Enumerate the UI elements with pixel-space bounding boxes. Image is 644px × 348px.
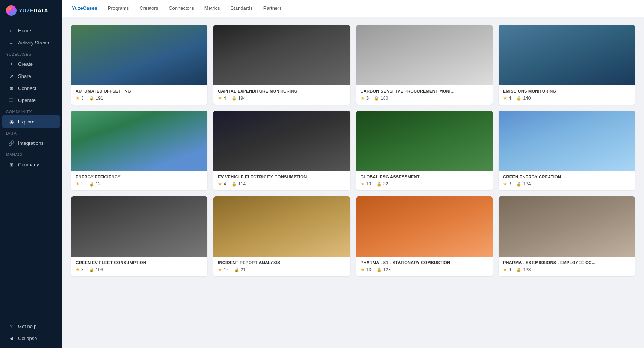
card-stats-incident-report: ★ 12 🔒 21	[218, 267, 345, 272]
sidebar-item-get-help[interactable]: ? Get help	[2, 320, 60, 332]
card-connection-count-green-ev-fleet: 103	[96, 267, 103, 272]
card-ev-vehicle[interactable]: EV VEHICLE ELECTRICITY CONSUMPTION ... ★…	[213, 111, 350, 190]
star-icon-emissions-monitoring: ★	[503, 96, 507, 101]
card-star-stat-global-esg: ★ 10	[361, 181, 371, 187]
logo-icon	[6, 5, 17, 16]
card-stats-emissions-monitoring: ★ 4 🔒 140	[503, 96, 630, 101]
card-capital-expenditure[interactable]: CAPITAL EXPENDITURE MONITORING ★ 4 🔒 194	[213, 25, 350, 105]
star-icon-carbon-sensitive: ★	[361, 96, 365, 101]
card-body-emissions-monitoring: EMISSIONS MONITORING ★ 4 🔒 140	[499, 85, 635, 105]
card-db-stat-pharma-s1: 🔒 123	[376, 267, 391, 272]
card-global-esg[interactable]: GLOBAL ESG ASSESSMENT ★ 10 🔒 32	[356, 111, 493, 190]
card-title-pharma-s1: PHARMA - S1 - STATIONARY COMBUSTION	[361, 260, 488, 265]
card-pharma-s3[interactable]: PHARMA - S3 EMISSIONS - EMPLOYEE CO... ★…	[499, 196, 635, 276]
card-title-pharma-s3: PHARMA - S3 EMISSIONS - EMPLOYEE CO...	[503, 260, 630, 265]
card-body-green-ev-fleet: GREEN EV FLEET CONSUMPTION ★ 3 🔒 103	[71, 257, 207, 276]
card-db-stat-capital-expenditure: 🔒 194	[231, 96, 246, 101]
card-db-stat-pharma-s3: 🔒 123	[516, 267, 531, 272]
home-icon: ⌂	[8, 27, 14, 33]
star-icon-green-ev-fleet: ★	[76, 267, 80, 272]
db-icon-automated-offsetting: 🔒	[89, 96, 94, 101]
card-body-green-energy: GREEN ENERGY CREATION ★ 3 🔒 134	[499, 171, 635, 190]
topnav-creators[interactable]: Creators	[139, 0, 159, 17]
db-icon-carbon-sensitive: 🔒	[374, 96, 379, 101]
card-star-count-incident-report: 12	[224, 267, 228, 272]
db-icon-green-ev-fleet: 🔒	[89, 267, 94, 272]
card-image-green-ev-fleet	[71, 196, 207, 257]
db-icon-pharma-s3: 🔒	[516, 267, 522, 272]
db-icon-capital-expenditure: 🔒	[231, 96, 237, 101]
card-title-green-energy: GREEN ENERGY CREATION	[503, 175, 630, 179]
card-stats-automated-offsetting: ★ 3 🔒 191	[76, 96, 203, 101]
card-star-count-carbon-sensitive: 3	[366, 96, 369, 101]
sidebar-item-company[interactable]: ⊞ Company	[2, 158, 60, 170]
community-section-label: Community	[0, 106, 62, 115]
card-star-count-emissions-monitoring: 4	[509, 96, 511, 101]
sidebar-item-home-label: Home	[18, 28, 31, 33]
card-connection-count-green-energy: 134	[523, 181, 531, 187]
card-star-count-automated-offsetting: 3	[81, 96, 84, 101]
card-automated-offsetting[interactable]: AUTOMATED OFFSETTING ★ 3 🔒 191	[71, 25, 207, 105]
data-section-label: Data	[0, 128, 62, 137]
db-icon-global-esg: 🔒	[376, 182, 382, 187]
card-image-pharma-s1	[356, 196, 493, 257]
sidebar-item-activity-stream[interactable]: ≡ Activity Stream	[2, 36, 60, 49]
sidebar-item-share-label: Share	[18, 73, 31, 79]
card-emissions-monitoring[interactable]: EMISSIONS MONITORING ★ 4 🔒 140	[499, 25, 635, 105]
card-energy-efficiency[interactable]: ENERGY EFFICIENCY ★ 2 🔒 12	[71, 111, 207, 190]
card-connection-count-global-esg: 32	[383, 181, 388, 187]
card-pharma-s1[interactable]: PHARMA - S1 - STATIONARY COMBUSTION ★ 13…	[356, 196, 493, 276]
explore-icon: ◉	[8, 119, 14, 125]
card-star-stat-automated-offsetting: ★ 3	[76, 96, 84, 101]
yuzecases-section-label: YuzeCases	[0, 49, 62, 58]
topnav-connectors[interactable]: Connectors	[168, 0, 194, 17]
sidebar-item-operate[interactable]: ☰ Operate	[2, 94, 60, 106]
card-star-count-global-esg: 10	[366, 181, 371, 187]
card-body-pharma-s3: PHARMA - S3 EMISSIONS - EMPLOYEE CO... ★…	[499, 257, 635, 276]
card-connection-count-pharma-s1: 123	[383, 267, 391, 272]
svg-point-1	[12, 8, 14, 10]
card-green-ev-fleet[interactable]: GREEN EV FLEET CONSUMPTION ★ 3 🔒 103	[71, 196, 207, 276]
star-icon-green-energy: ★	[503, 181, 507, 187]
db-icon-ev-vehicle: 🔒	[231, 182, 237, 187]
card-stats-carbon-sensitive: ★ 3 🔒 180	[361, 96, 488, 101]
sidebar-item-collapse[interactable]: ◀ Collapse	[2, 332, 60, 344]
topnav-programs[interactable]: Programs	[107, 0, 130, 17]
db-icon-energy-efficiency: 🔒	[89, 182, 94, 187]
svg-point-2	[10, 11, 12, 13]
sidebar-item-create[interactable]: ＋ Create	[2, 58, 60, 70]
logo[interactable]: YUZEDATA	[0, 0, 62, 21]
sidebar-item-collapse-label: Collapse	[18, 336, 37, 341]
card-title-energy-efficiency: ENERGY EFFICIENCY	[76, 175, 203, 179]
card-star-count-ev-vehicle: 4	[224, 181, 226, 187]
card-incident-report[interactable]: INCIDENT REPORT ANALYSIS ★ 12 🔒 21	[213, 196, 350, 276]
card-stats-global-esg: ★ 10 🔒 32	[361, 181, 488, 187]
card-body-incident-report: INCIDENT REPORT ANALYSIS ★ 12 🔒 21	[213, 257, 350, 276]
sidebar-item-share[interactable]: ↗ Share	[2, 70, 60, 82]
topnav-standards[interactable]: Standards	[230, 0, 254, 17]
sidebar: YUZEDATA ⌂ Home ≡ Activity Stream YuzeCa…	[0, 0, 62, 348]
card-star-stat-capital-expenditure: ★ 4	[218, 96, 226, 101]
topnav-yuzecases[interactable]: YuzeCases	[71, 0, 98, 17]
topnav-partners[interactable]: Partners	[263, 0, 283, 17]
card-green-energy[interactable]: GREEN ENERGY CREATION ★ 3 🔒 134	[499, 111, 635, 190]
activity-icon: ≡	[8, 40, 14, 46]
star-icon-incident-report: ★	[218, 267, 222, 272]
sidebar-item-company-label: Company	[18, 162, 39, 167]
card-star-stat-green-ev-fleet: ★ 3	[76, 267, 84, 272]
share-icon: ↗	[8, 73, 14, 79]
sidebar-item-explore[interactable]: ◉ Explore	[2, 115, 60, 128]
card-body-global-esg: GLOBAL ESG ASSESSMENT ★ 10 🔒 32	[356, 171, 493, 190]
sidebar-item-home[interactable]: ⌂ Home	[2, 24, 60, 36]
card-carbon-sensitive[interactable]: CARBON SENSITIVE PROCUREMENT MONI... ★ 3…	[356, 25, 493, 105]
topnav-metrics[interactable]: Metrics	[204, 0, 221, 17]
card-title-automated-offsetting: AUTOMATED OFFSETTING	[76, 89, 203, 93]
star-icon-energy-efficiency: ★	[76, 181, 80, 187]
card-db-stat-global-esg: 🔒 32	[376, 181, 388, 187]
sidebar-item-integrations[interactable]: 🔗 Integrations	[2, 137, 60, 149]
sidebar-item-connect[interactable]: ⊕ Connect	[2, 82, 60, 94]
sidebar-item-get-help-label: Get help	[18, 324, 36, 329]
card-image-carbon-sensitive	[356, 25, 493, 85]
card-connection-count-carbon-sensitive: 180	[381, 96, 388, 101]
help-icon: ?	[8, 323, 14, 329]
